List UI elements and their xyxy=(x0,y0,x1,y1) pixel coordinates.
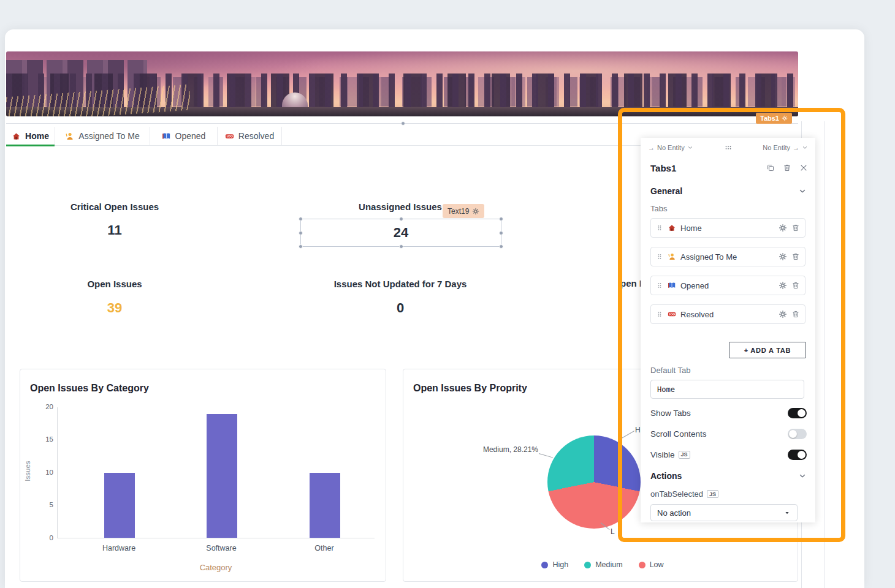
resize-handle[interactable] xyxy=(499,231,503,235)
pie-annotation-high-partial: H xyxy=(635,426,641,434)
arrow-right-icon: → xyxy=(648,144,655,151)
gear-icon[interactable] xyxy=(779,224,787,232)
scroll-contents-label: Scroll Contents xyxy=(650,429,707,439)
stat-value-open-issues[interactable]: 39 xyxy=(10,300,219,316)
legend-item-low[interactable]: Low xyxy=(639,560,664,569)
resize-handle[interactable] xyxy=(299,244,303,249)
incoming-entity-selector[interactable]: → No Entity xyxy=(648,144,693,151)
drag-handle-icon[interactable] xyxy=(656,282,663,289)
widget-tag-label: Tabs1 xyxy=(760,115,779,122)
gear-icon[interactable] xyxy=(779,252,787,261)
default-tab-input[interactable] xyxy=(650,380,804,399)
scroll-contents-row: Scroll Contents xyxy=(650,428,807,440)
action-dropdown[interactable]: No action xyxy=(650,504,798,521)
resize-handle[interactable] xyxy=(499,244,503,249)
person-raising-hand-emoji-icon xyxy=(65,132,74,141)
resize-handle[interactable] xyxy=(399,217,403,221)
trash-icon[interactable] xyxy=(791,252,800,261)
tab-opened[interactable]: Opened xyxy=(150,127,218,145)
arrow-right-icon: → xyxy=(793,144,799,151)
resize-handle[interactable] xyxy=(499,217,503,221)
legend-item-medium[interactable]: Medium xyxy=(584,560,622,569)
resize-handle[interactable] xyxy=(399,244,403,249)
legend-label: Medium xyxy=(595,560,622,569)
legend-dot-low xyxy=(639,562,646,568)
visible-toggle[interactable] xyxy=(788,450,807,460)
gear-icon[interactable] xyxy=(779,310,787,318)
actions-section-header[interactable]: Actions xyxy=(650,470,807,482)
stat-value-unassigned-issues: 24 xyxy=(301,219,501,246)
visible-row: Visible JS xyxy=(650,448,807,461)
gear-icon[interactable] xyxy=(779,281,787,290)
widget-name-tag[interactable]: Tabs1 xyxy=(756,113,792,124)
tab-item-label: Opened xyxy=(680,281,709,290)
bar-chart-title: Open Issues By Category xyxy=(30,383,149,394)
drag-handle-icon[interactable] xyxy=(656,253,663,260)
js-badge[interactable]: JS xyxy=(679,451,690,459)
copy-icon[interactable] xyxy=(766,164,775,172)
js-badge[interactable]: JS xyxy=(707,490,718,498)
on-tab-selected-row: onTabSelected JS xyxy=(650,489,718,499)
grid-mode-icon[interactable] xyxy=(724,143,733,152)
legend-item-high[interactable]: High xyxy=(541,560,568,569)
widget-boundary-line xyxy=(6,123,798,124)
tab-item-opened[interactable]: Opened xyxy=(650,276,806,295)
annotation-connector xyxy=(622,431,634,439)
property-pane: → No Entity No Entity → Tabs1 General xyxy=(641,138,815,522)
show-tabs-toggle[interactable] xyxy=(788,408,807,418)
tab-label: Resolved xyxy=(238,131,274,141)
resize-handle[interactable] xyxy=(299,231,303,235)
trash-icon[interactable] xyxy=(791,224,800,232)
tab-item-assigned-to-me[interactable]: Assigned To Me xyxy=(650,247,806,266)
default-tab-label: Default Tab xyxy=(650,366,691,375)
gear-icon[interactable] xyxy=(782,115,788,121)
legend-label: High xyxy=(552,560,568,569)
general-section-header[interactable]: General xyxy=(650,185,807,197)
entity-connection-row: → No Entity No Entity → xyxy=(641,141,815,154)
bar-chart-widget[interactable]: Open Issues By Category Issues 20 15 10 … xyxy=(20,369,386,582)
bar-chart-plot xyxy=(57,407,375,538)
hundred-points-emoji-icon xyxy=(668,310,676,318)
stat-label-critical-open-issues[interactable]: Critical Open Issues xyxy=(10,202,219,212)
legend-label: Low xyxy=(650,560,664,569)
widget-title-row: Tabs1 xyxy=(650,162,808,174)
canvas-boundary-line xyxy=(825,121,825,588)
trash-icon[interactable] xyxy=(791,310,800,318)
x-tick-other: Other xyxy=(294,544,355,552)
trash-icon[interactable] xyxy=(791,281,800,290)
trash-icon[interactable] xyxy=(783,164,791,172)
scroll-contents-toggle[interactable] xyxy=(788,429,807,439)
outgoing-entity-selector[interactable]: No Entity → xyxy=(763,144,808,151)
stat-label-open-issues[interactable]: Open Issues xyxy=(10,279,219,289)
tab-resolved[interactable]: Resolved xyxy=(218,127,282,145)
tab-item-home[interactable]: Home xyxy=(650,218,806,238)
add-a-tab-button[interactable]: + ADD A TAB xyxy=(729,342,806,358)
bar-software[interactable] xyxy=(207,414,237,538)
open-book-emoji-icon xyxy=(162,132,171,141)
stat-value-critical-open-issues[interactable]: 11 xyxy=(10,222,219,238)
tab-home[interactable]: Home xyxy=(6,127,55,145)
stat-label-issues-not-updated[interactable]: Issues Not Updated for 7 Days xyxy=(296,279,505,289)
pie[interactable] xyxy=(547,435,641,529)
y-tick: 15 xyxy=(32,435,53,443)
tab-assigned-to-me[interactable]: Assigned To Me xyxy=(55,127,150,145)
gear-icon[interactable] xyxy=(472,208,479,215)
bar-hardware[interactable] xyxy=(104,473,135,538)
legend-dot-medium xyxy=(584,562,591,568)
close-icon[interactable] xyxy=(799,164,808,172)
drag-handle-icon[interactable] xyxy=(656,224,663,232)
header-image-widget[interactable] xyxy=(6,51,798,116)
selected-widget-badge[interactable]: Text19 xyxy=(443,204,484,218)
bar-other[interactable] xyxy=(310,473,340,538)
widget-name[interactable]: Tabs1 xyxy=(650,163,676,173)
chevron-down-icon xyxy=(687,145,693,151)
selected-text-widget[interactable]: 24 xyxy=(300,219,501,247)
tab-item-resolved[interactable]: Resolved xyxy=(650,304,806,324)
resize-handle[interactable] xyxy=(299,217,303,221)
pie-chart-title: Open Issues By Proprity xyxy=(413,383,527,394)
resize-handle[interactable] xyxy=(401,121,405,126)
legend-dot-high xyxy=(541,562,548,568)
drag-handle-icon[interactable] xyxy=(656,311,663,318)
incoming-entity-label: No Entity xyxy=(657,144,685,151)
stat-value-issues-not-updated[interactable]: 0 xyxy=(296,300,505,316)
